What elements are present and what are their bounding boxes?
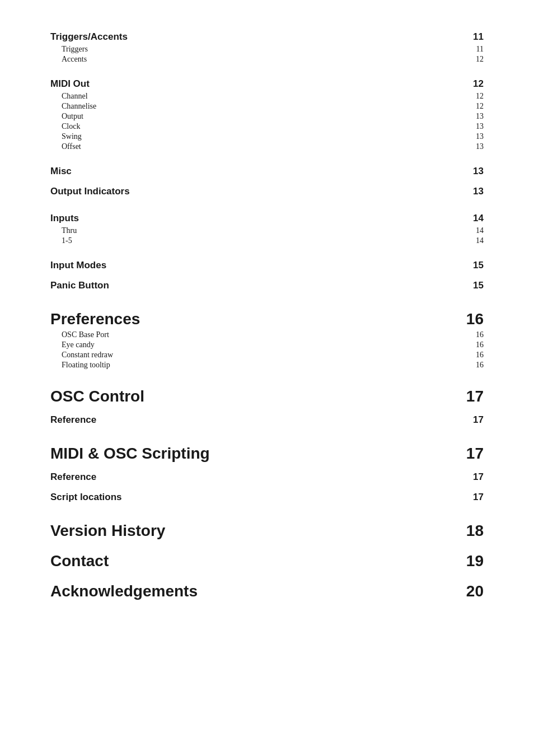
toc-page: 13 — [476, 132, 484, 141]
toc-entry-inputs[interactable]: Inputs 14 — [50, 213, 484, 224]
toc-label: Version History — [50, 522, 165, 540]
toc-entry-preferences[interactable]: Preferences 16 — [50, 310, 484, 328]
toc-entry-output[interactable]: Output 13 — [50, 112, 484, 121]
toc-label: OSC Control — [50, 388, 144, 405]
toc-entry-triggers[interactable]: Triggers 11 — [50, 45, 484, 54]
toc-entry-osc-base-port[interactable]: OSC Base Port 16 — [50, 330, 484, 339]
toc-page: 16 — [476, 330, 484, 339]
toc-label: Reference — [50, 472, 96, 483]
toc-label: Constant redraw — [50, 351, 113, 360]
toc-label: Acknowledgements — [50, 582, 198, 600]
toc-page: 15 — [473, 280, 484, 291]
toc-label: Misc — [50, 166, 72, 177]
toc-label: Triggers/Accents — [50, 31, 128, 43]
toc-page: 13 — [473, 166, 484, 177]
toc-page: 12 — [473, 78, 484, 90]
toc-label: Output — [50, 112, 83, 121]
toc-page: 17 — [466, 388, 484, 405]
toc-label: Accents — [50, 55, 87, 64]
toc-entry-thru[interactable]: Thru 14 — [50, 226, 484, 235]
toc-entry-osc-control[interactable]: OSC Control 17 — [50, 388, 484, 405]
toc-label: Inputs — [50, 213, 79, 224]
toc-page: 12 — [476, 102, 484, 111]
toc-entry-channel[interactable]: Channel 12 — [50, 92, 484, 101]
toc-page: 14 — [473, 213, 484, 224]
toc-page: 12 — [476, 55, 484, 64]
toc-label: Channelise — [50, 102, 96, 111]
toc-label: Reference — [50, 414, 96, 426]
toc-entry-version-history[interactable]: Version History 18 — [50, 522, 484, 540]
toc-container: Triggers/Accents 11 Triggers 11 Accents … — [50, 31, 484, 600]
toc-entry-output-indicators[interactable]: Output Indicators 13 — [50, 186, 484, 197]
toc-label: Thru — [50, 226, 77, 235]
toc-entry-swing[interactable]: Swing 13 — [50, 132, 484, 141]
toc-page: 18 — [466, 522, 484, 540]
toc-label: Offset — [50, 142, 81, 151]
toc-page: 17 — [473, 472, 484, 483]
toc-entry-triggers-accents[interactable]: Triggers/Accents 11 — [50, 31, 484, 43]
toc-page: 14 — [476, 236, 484, 245]
toc-page: 17 — [473, 414, 484, 426]
toc-page: 20 — [466, 582, 484, 600]
toc-page: 16 — [476, 361, 484, 370]
toc-entry-reference-scripting[interactable]: Reference 17 — [50, 472, 484, 483]
toc-entry-1-5[interactable]: 1-5 14 — [50, 236, 484, 245]
toc-page: 11 — [476, 45, 484, 54]
toc-entry-floating-tooltip[interactable]: Floating tooltip 16 — [50, 361, 484, 370]
toc-entry-accents[interactable]: Accents 12 — [50, 55, 484, 64]
toc-page: 15 — [473, 260, 484, 271]
toc-entry-offset[interactable]: Offset 13 — [50, 142, 484, 151]
toc-entry-constant-redraw[interactable]: Constant redraw 16 — [50, 351, 484, 360]
toc-page: 16 — [466, 310, 484, 328]
toc-page: 19 — [466, 552, 484, 570]
toc-entry-reference-osc[interactable]: Reference 17 — [50, 414, 484, 426]
toc-entry-contact[interactable]: Contact 19 — [50, 552, 484, 570]
toc-entry-channelise[interactable]: Channelise 12 — [50, 102, 484, 111]
toc-label: 1-5 — [50, 236, 72, 245]
toc-page: 13 — [476, 112, 484, 121]
toc-page: 11 — [473, 31, 484, 43]
toc-label: Swing — [50, 132, 82, 141]
toc-page: 13 — [476, 122, 484, 131]
toc-page: 12 — [476, 92, 484, 101]
toc-label: Clock — [50, 122, 80, 131]
toc-page: 16 — [476, 340, 484, 349]
toc-entry-misc[interactable]: Misc 13 — [50, 166, 484, 177]
toc-entry-acknowledgements[interactable]: Acknowledgements 20 — [50, 582, 484, 600]
toc-page: 13 — [476, 142, 484, 151]
toc-page: 17 — [466, 445, 484, 463]
toc-entry-midi-osc-scripting[interactable]: MIDI & OSC Scripting 17 — [50, 445, 484, 463]
toc-label: Input Modes — [50, 260, 106, 271]
toc-label: Contact — [50, 552, 109, 570]
toc-entry-panic-button[interactable]: Panic Button 15 — [50, 280, 484, 291]
toc-label: Eye candy — [50, 340, 95, 349]
toc-label: Floating tooltip — [50, 361, 110, 370]
toc-entry-input-modes[interactable]: Input Modes 15 — [50, 260, 484, 271]
toc-page: 17 — [473, 492, 484, 503]
toc-entry-midi-out[interactable]: MIDI Out 12 — [50, 78, 484, 90]
toc-label: Channel — [50, 92, 88, 101]
toc-label: MIDI & OSC Scripting — [50, 445, 210, 463]
toc-label: Triggers — [50, 45, 88, 54]
toc-page: 16 — [476, 351, 484, 360]
toc-page: 13 — [473, 186, 484, 197]
toc-entry-clock[interactable]: Clock 13 — [50, 122, 484, 131]
toc-page: 14 — [476, 226, 484, 235]
toc-entry-script-locations[interactable]: Script locations 17 — [50, 492, 484, 503]
toc-label: OSC Base Port — [50, 330, 109, 339]
toc-label: MIDI Out — [50, 78, 90, 90]
toc-label: Panic Button — [50, 280, 109, 291]
toc-entry-eye-candy[interactable]: Eye candy 16 — [50, 340, 484, 349]
toc-label: Output Indicators — [50, 186, 130, 197]
toc-label: Script locations — [50, 492, 122, 503]
toc-label: Preferences — [50, 310, 140, 328]
